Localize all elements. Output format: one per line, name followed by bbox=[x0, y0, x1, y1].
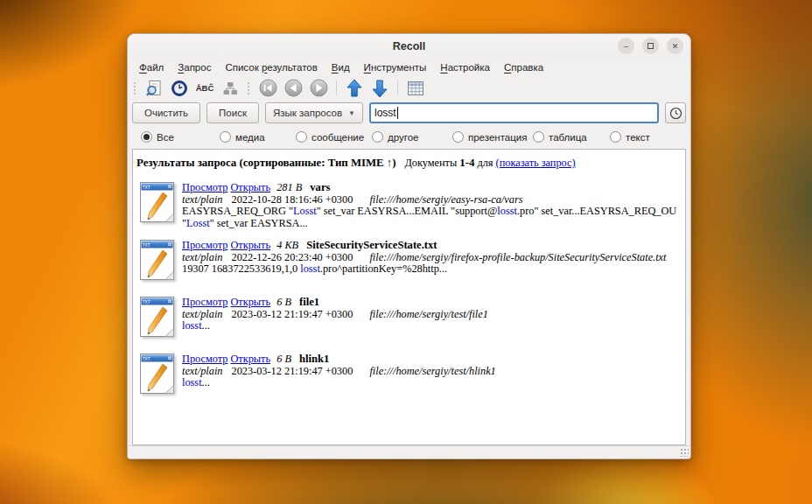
menu-view[interactable]: Вид bbox=[325, 60, 357, 74]
filter-presentation[interactable]: презентация bbox=[452, 131, 533, 143]
sort-up-icon[interactable] bbox=[344, 79, 365, 98]
previous-page-icon[interactable] bbox=[283, 79, 304, 98]
result-date: 2023-03-12 21:19:47 +0300 bbox=[232, 308, 354, 320]
filter-other[interactable]: другое bbox=[372, 131, 452, 143]
results-header: Результаты запроса (сортированные: Тип M… bbox=[136, 157, 682, 170]
result-filename: SiteSecurityServiceState.txt bbox=[306, 239, 437, 251]
preview-link[interactable]: Просмотр bbox=[182, 181, 228, 193]
result-filename: hlink1 bbox=[299, 353, 329, 365]
radio-icon bbox=[220, 131, 231, 143]
preview-link[interactable]: Просмотр bbox=[182, 239, 228, 251]
radio-icon bbox=[141, 131, 152, 143]
result-date: 2023-03-12 21:19:47 +0300 bbox=[232, 365, 354, 377]
minimize-icon: – bbox=[624, 42, 628, 51]
window-title: Recoll bbox=[393, 40, 426, 52]
result-snippet: 19307 1683722533619,1,0 losst.pro^partit… bbox=[182, 263, 682, 276]
result-url: file:///home/sergiy/test/file1 bbox=[369, 308, 487, 320]
close-icon: ✕ bbox=[672, 42, 679, 51]
text-file-icon[interactable] bbox=[136, 296, 182, 343]
result-row: Просмотр Открыть 6 B hlink1 text/plain 2… bbox=[136, 353, 682, 400]
result-table-icon[interactable] bbox=[405, 79, 426, 98]
filter-media[interactable]: медиа bbox=[220, 131, 296, 143]
result-date: 2022-10-28 18:16:46 +0300 bbox=[232, 193, 354, 206]
search-input-value: losst bbox=[374, 107, 396, 119]
open-link[interactable]: Открыть bbox=[230, 353, 270, 365]
history-button[interactable] bbox=[665, 102, 686, 123]
history-clock-icon[interactable] bbox=[169, 79, 190, 98]
minimize-button[interactable]: – bbox=[618, 38, 634, 54]
next-page-icon[interactable] bbox=[308, 79, 329, 98]
docs-range: 1-4 bbox=[459, 157, 474, 169]
combo-value: Язык запросов bbox=[273, 108, 342, 118]
results-panel[interactable]: Результаты запроса (сортированные: Тип M… bbox=[132, 149, 686, 445]
menu-result-list[interactable]: Список результатов bbox=[218, 60, 324, 74]
radio-icon bbox=[610, 131, 621, 143]
close-button[interactable]: ✕ bbox=[667, 38, 683, 54]
sitemap-icon[interactable] bbox=[220, 79, 241, 98]
result-url: file:///home/sergiy/firefox-profile-back… bbox=[369, 251, 666, 263]
result-size: 281 B bbox=[276, 181, 302, 193]
radio-icon bbox=[452, 131, 464, 143]
desktop-wallpaper: Recoll – ✕ Файл Запрос Список результато… bbox=[0, 0, 812, 504]
resize-grip[interactable] bbox=[680, 448, 689, 457]
recoll-window: Recoll – ✕ Файл Запрос Список результато… bbox=[127, 33, 691, 459]
sort-down-icon[interactable] bbox=[369, 79, 390, 98]
result-url: file:///home/sergiy/test/hlink1 bbox=[369, 365, 495, 377]
results-sort-title: Результаты запроса (сортированные: Тип M… bbox=[136, 157, 396, 169]
filter-row: Все медиа сообщение другое презентация т… bbox=[128, 126, 690, 148]
menu-file[interactable]: Файл bbox=[132, 60, 171, 74]
docs-label: Документы bbox=[404, 157, 457, 169]
open-link[interactable]: Открыть bbox=[230, 181, 270, 193]
toolbar-drag-handle[interactable] bbox=[133, 81, 137, 95]
for-label: для bbox=[477, 157, 493, 169]
text-file-icon[interactable] bbox=[136, 353, 182, 400]
open-link[interactable]: Открыть bbox=[230, 296, 270, 308]
filter-spreadsheet[interactable]: таблица bbox=[533, 131, 610, 143]
show-query-link[interactable]: (показать запрос) bbox=[496, 157, 576, 169]
filter-message[interactable]: сообщение bbox=[296, 131, 372, 143]
result-mime: text/plain bbox=[182, 251, 222, 263]
maximize-button[interactable] bbox=[642, 38, 659, 54]
chevron-down-icon: ▼ bbox=[348, 109, 355, 117]
search-button[interactable]: Поиск bbox=[206, 102, 259, 123]
result-date: 2022-12-26 20:23:40 +0300 bbox=[232, 251, 354, 263]
result-snippet: losst... bbox=[182, 377, 682, 389]
doc-preview-search-icon[interactable] bbox=[144, 79, 164, 98]
first-page-icon[interactable] bbox=[257, 79, 278, 98]
result-size: 4 KB bbox=[276, 239, 298, 251]
status-bar bbox=[128, 445, 690, 458]
term-explorer-icon[interactable]: ÅBĈ bbox=[194, 79, 215, 98]
maximize-icon bbox=[648, 43, 654, 49]
preview-link[interactable]: Просмотр bbox=[182, 353, 228, 365]
clear-button[interactable]: Очистить bbox=[132, 102, 200, 123]
result-filename: file1 bbox=[299, 296, 319, 308]
menu-tools[interactable]: Инструменты bbox=[357, 60, 434, 74]
toolbar-drag-handle[interactable] bbox=[247, 81, 251, 95]
preview-link[interactable]: Просмотр bbox=[182, 296, 228, 308]
radio-icon bbox=[296, 131, 307, 143]
radio-icon bbox=[533, 131, 544, 143]
filter-all[interactable]: Все bbox=[141, 131, 220, 143]
result-url: file:///home/sergiy/easy-rsa-ca/vars bbox=[369, 193, 522, 206]
filter-text[interactable]: текст bbox=[610, 131, 650, 143]
text-file-icon[interactable] bbox=[136, 239, 182, 286]
text-file-icon[interactable] bbox=[136, 181, 182, 229]
result-snippet: EASYRSA_REQ_ORG "Losst" set_var EASYRSA.… bbox=[182, 206, 682, 229]
result-snippet: losst... bbox=[182, 320, 682, 332]
result-row: Просмотр Открыть 6 B file1 text/plain 20… bbox=[136, 296, 682, 343]
result-size: 6 B bbox=[276, 296, 291, 308]
radio-icon bbox=[372, 131, 383, 143]
search-input[interactable]: losst bbox=[369, 102, 659, 123]
menu-help[interactable]: Справка bbox=[497, 60, 550, 74]
menu-preferences[interactable]: Настройка bbox=[433, 60, 497, 74]
query-language-combo[interactable]: Язык запросов ▼ bbox=[265, 102, 363, 123]
result-mime: text/plain bbox=[182, 193, 222, 206]
result-mime: text/plain bbox=[182, 308, 222, 320]
open-link[interactable]: Открыть bbox=[230, 239, 270, 251]
result-size: 6 B bbox=[276, 353, 291, 365]
clock-icon bbox=[669, 107, 682, 120]
menu-query[interactable]: Запрос bbox=[171, 60, 218, 74]
result-row: Просмотр Открыть 281 B vars text/plain 2… bbox=[136, 181, 682, 229]
result-row: Просмотр Открыть 4 KB SiteSecurityServic… bbox=[136, 239, 682, 286]
titlebar[interactable]: Recoll – ✕ bbox=[128, 34, 690, 58]
